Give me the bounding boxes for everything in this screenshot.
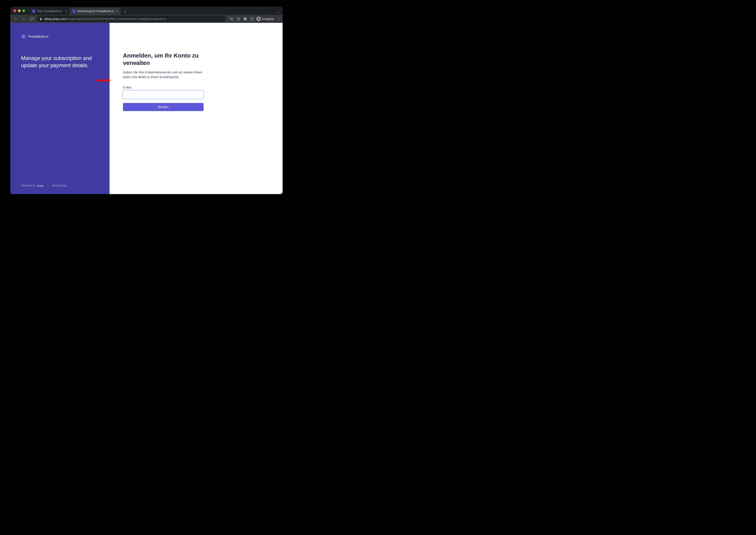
- divider: [48, 184, 48, 187]
- brand-icon: {}: [21, 34, 26, 39]
- email-label: E-Mail: [123, 86, 204, 89]
- extensions-icon[interactable]: [243, 17, 247, 21]
- email-input[interactable]: [123, 91, 204, 99]
- url-bar[interactable]: billing.stripe.com/p/login/6oE8zubX24314…: [37, 16, 226, 22]
- favicon-icon: {}: [32, 10, 35, 13]
- reload-button[interactable]: [29, 16, 35, 22]
- submit-button[interactable]: Senden: [123, 103, 204, 111]
- tab-title: Abrechnung für Promptitude.io: [77, 10, 114, 13]
- close-tab-icon[interactable]: ×: [115, 10, 118, 13]
- minimize-window-button[interactable]: [18, 10, 21, 12]
- stripe-logo: stripe: [37, 184, 44, 187]
- eye-off-icon[interactable]: [230, 17, 234, 21]
- login-form: Anmelden, um Ihr Konto zu verwalten Gebe…: [123, 52, 204, 111]
- incognito-label: Incognito: [262, 17, 274, 21]
- favicon-icon: {}: [72, 10, 76, 13]
- svg-point-4: [278, 19, 279, 20]
- left-panel: {} Promptitude.io Manage your subscripti…: [10, 23, 109, 194]
- tab-plan[interactable]: {} Plan | Promptitude.io ×: [30, 8, 70, 15]
- lock-icon: [40, 17, 42, 20]
- powered-by[interactable]: Powered by stripe: [21, 184, 44, 187]
- close-window-button[interactable]: [14, 10, 16, 12]
- menu-icon[interactable]: [277, 17, 280, 21]
- arrow-head-icon: [106, 78, 110, 83]
- svg-point-3: [278, 18, 279, 19]
- title-bar: {} Plan | Promptitude.io × {} Abrechnung…: [10, 7, 283, 15]
- svg-point-2: [278, 17, 279, 18]
- window-controls: [14, 10, 25, 12]
- arrow-line: [96, 80, 106, 81]
- incognito-badge: Incognito: [256, 16, 274, 21]
- page-content: {} Promptitude.io Manage your subscripti…: [10, 23, 283, 194]
- tab-strip: {} Plan | Promptitude.io × {} Abrechnung…: [30, 7, 283, 15]
- form-subtitle: Geben Sie Ihre E-Mail-Adresse ein und wi…: [123, 70, 204, 79]
- form-heading: Anmelden, um Ihr Konto zu verwalten: [123, 52, 204, 67]
- svg-rect-0: [250, 17, 253, 20]
- back-button[interactable]: [13, 16, 19, 22]
- browser-window: {} Plan | Promptitude.io × {} Abrechnung…: [10, 7, 283, 194]
- star-icon[interactable]: [237, 17, 241, 21]
- brand: {} Promptitude.io: [21, 34, 99, 39]
- privacy-link[interactable]: Datenschutz: [52, 184, 67, 187]
- address-bar: billing.stripe.com/p/login/6oE8zubX24314…: [10, 15, 283, 23]
- toolbar-icons: Incognito: [230, 16, 280, 21]
- url-text: billing.stripe.com/p/login/6oE8zubX24314…: [44, 17, 166, 21]
- left-footer: Powered by stripe Datenschutz: [21, 184, 99, 187]
- tab-abrechnung[interactable]: {} Abrechnung für Promptitude.io ×: [70, 8, 121, 15]
- incognito-icon: [256, 16, 261, 21]
- tab-dropdown-icon[interactable]: [277, 11, 280, 15]
- maximize-window-button[interactable]: [22, 10, 25, 12]
- close-tab-icon[interactable]: ×: [65, 10, 68, 13]
- left-heading: Manage your subscription and update your…: [21, 55, 99, 69]
- powered-by-label: Powered by: [21, 184, 35, 187]
- forward-button[interactable]: [21, 16, 27, 22]
- tab-title: Plan | Promptitude.io: [37, 10, 63, 13]
- right-panel: Anmelden, um Ihr Konto zu verwalten Gebe…: [109, 23, 283, 194]
- brand-name: Promptitude.io: [28, 35, 48, 38]
- panel-icon[interactable]: [250, 17, 254, 21]
- new-tab-button[interactable]: +: [122, 9, 128, 15]
- arrow-annotation: [96, 78, 110, 83]
